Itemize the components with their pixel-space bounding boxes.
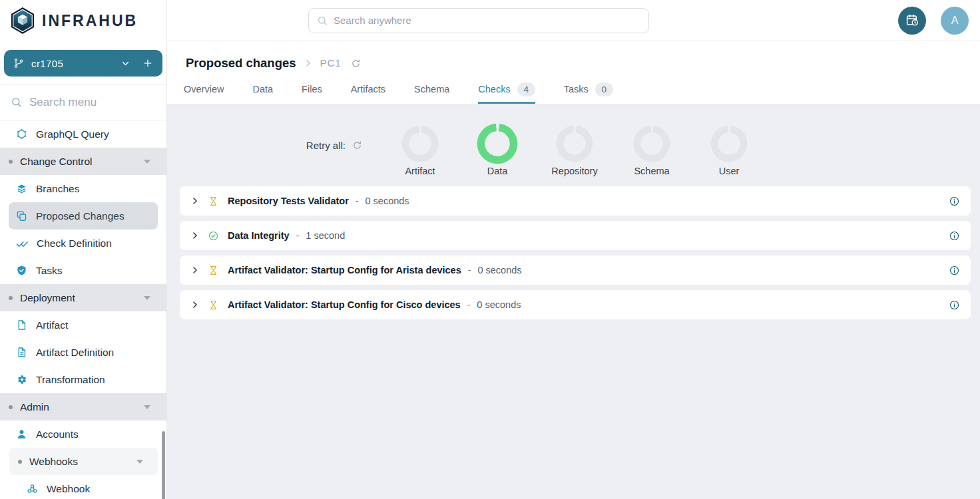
sidebar-scrollbar[interactable]: [162, 431, 165, 499]
sidebar-item-label: Webhook: [47, 483, 90, 495]
shield-check-icon: [16, 265, 27, 276]
separator: -: [468, 265, 471, 275]
tab-bar: Overview Data Files Artifacts Schema Che…: [167, 77, 980, 104]
global-search[interactable]: [308, 8, 649, 33]
check-circle-icon: [208, 231, 218, 241]
expand-chevron-icon[interactable]: [190, 231, 200, 240]
ring-artifact[interactable]: Artifact: [381, 125, 459, 176]
progress-ring-icon: [556, 125, 593, 162]
sidebar-item-label: Transformation: [36, 374, 105, 386]
add-branch-icon[interactable]: [142, 58, 153, 69]
sidebar-nav: GraphQL Query Change Control Branches Pr…: [0, 120, 166, 499]
checks-count-badge: 4: [517, 83, 535, 96]
app-logo[interactable]: INFRAHUB: [0, 0, 166, 41]
tab-label: Checks: [478, 84, 510, 94]
validator-row-artifact-arista[interactable]: Artifact Validator: Startup Config for A…: [180, 255, 971, 285]
tab-data[interactable]: Data: [252, 77, 273, 104]
global-search-input[interactable]: [334, 15, 640, 26]
sidebar-item-label: Branches: [36, 183, 79, 195]
infrahub-logo-icon: [10, 7, 35, 35]
tasks-count-badge: 0: [595, 83, 613, 96]
bullet-icon: [9, 405, 13, 409]
sidebar-item-webhook[interactable]: Webhook: [0, 475, 166, 499]
progress-ring-icon: [710, 125, 748, 162]
tab-schema[interactable]: Schema: [414, 77, 449, 104]
sidebar-item-branches[interactable]: Branches: [0, 175, 166, 202]
ring-data[interactable]: Data: [459, 125, 536, 176]
sidebar-item-check-definition[interactable]: Check Definition: [0, 230, 166, 257]
info-icon[interactable]: [949, 196, 959, 206]
ring-label: Repository: [551, 166, 597, 176]
retry-refresh-icon[interactable]: [352, 140, 362, 150]
sidebar-search-input[interactable]: [29, 96, 156, 109]
tab-tasks[interactable]: Tasks 0: [564, 77, 613, 104]
sidebar-item-graphql-query[interactable]: GraphQL Query: [0, 120, 166, 148]
avatar[interactable]: A: [941, 7, 969, 35]
progress-ring-icon: [633, 125, 670, 162]
separator: -: [296, 230, 300, 241]
validator-title: Artifact Validator: Startup Config for C…: [228, 299, 461, 310]
sidebar-item-accounts[interactable]: Accounts: [0, 420, 166, 448]
sidebar-item-artifact[interactable]: Artifact: [0, 311, 166, 339]
sidebar-section-label: Deployment: [20, 292, 75, 304]
avatar-initial: A: [951, 15, 959, 27]
ring-label: Artifact: [405, 166, 435, 176]
validator-title: Repository Tests Validator: [228, 196, 349, 206]
validator-duration: 0 seconds: [477, 299, 521, 310]
ring-user[interactable]: User: [690, 125, 768, 176]
refresh-icon[interactable]: [351, 59, 361, 69]
gear-icon: [16, 374, 27, 385]
branch-selector[interactable]: cr1705: [4, 50, 162, 77]
sidebar-item-artifact-definition[interactable]: Artifact Definition: [0, 339, 166, 366]
ring-schema[interactable]: Schema: [613, 125, 690, 176]
tab-checks[interactable]: Checks 4: [478, 77, 535, 104]
document-lines-icon: [16, 347, 27, 358]
validator-row-artifact-cisco[interactable]: Artifact Validator: Startup Config for C…: [180, 290, 971, 319]
sidebar-section-deployment[interactable]: Deployment: [0, 284, 166, 311]
sidebar-item-transformation[interactable]: Transformation: [0, 366, 166, 393]
user-icon: [16, 428, 27, 440]
checks-summary: Retry all: Artifact Data: [167, 125, 980, 176]
expand-chevron-icon[interactable]: [190, 265, 200, 275]
sidebar-section-admin[interactable]: Admin: [0, 393, 166, 420]
schedule-button[interactable]: [898, 7, 926, 35]
tab-label: Files: [302, 84, 322, 94]
tab-label: Tasks: [564, 84, 589, 94]
chevron-right-icon: [304, 59, 313, 68]
separator: -: [467, 299, 471, 310]
sidebar-item-proposed-changes[interactable]: Proposed Changes: [9, 202, 158, 230]
checks-panel: Retry all: Artifact Data: [167, 104, 980, 499]
search-icon: [317, 15, 328, 26]
expand-chevron-icon[interactable]: [190, 300, 200, 309]
validator-row-data-integrity[interactable]: Data Integrity - 1 second: [180, 221, 971, 250]
tab-files[interactable]: Files: [302, 77, 322, 104]
document-icon: [16, 319, 27, 331]
sidebar-subsection-webhooks[interactable]: Webhooks: [9, 448, 158, 475]
info-icon[interactable]: [949, 300, 959, 310]
validator-title: Artifact Validator: Startup Config for A…: [228, 265, 461, 275]
info-icon[interactable]: [949, 231, 959, 241]
caret-down-icon: [144, 296, 150, 300]
page-title: Proposed changes: [186, 56, 296, 71]
hourglass-icon: [208, 265, 218, 275]
chevron-down-icon[interactable]: [121, 59, 130, 69]
info-icon[interactable]: [949, 265, 959, 275]
sidebar-section-label: Change Control: [20, 156, 93, 168]
search-icon: [11, 96, 22, 108]
tab-overview[interactable]: Overview: [184, 77, 224, 104]
branch-name: cr1705: [31, 58, 121, 69]
validator-row-repository-tests[interactable]: Repository Tests Validator - 0 seconds: [180, 186, 971, 216]
app-window: INFRAHUB cr1705 GraphQL Query Change Con…: [0, 0, 980, 499]
sidebar-item-tasks[interactable]: Tasks: [0, 257, 166, 284]
ring-repository[interactable]: Repository: [536, 125, 613, 176]
webhook-icon: [27, 483, 38, 494]
hourglass-icon: [208, 196, 218, 206]
sidebar-section-change-control[interactable]: Change Control: [0, 148, 166, 175]
topbar-actions: A: [898, 7, 969, 35]
sidebar-search[interactable]: [0, 84, 166, 120]
retry-all: Retry all:: [167, 140, 381, 151]
expand-chevron-icon[interactable]: [190, 196, 200, 206]
validator-duration: 1 second: [306, 230, 345, 241]
tab-artifacts[interactable]: Artifacts: [351, 77, 385, 104]
breadcrumb: Proposed changes PC1: [167, 41, 980, 71]
